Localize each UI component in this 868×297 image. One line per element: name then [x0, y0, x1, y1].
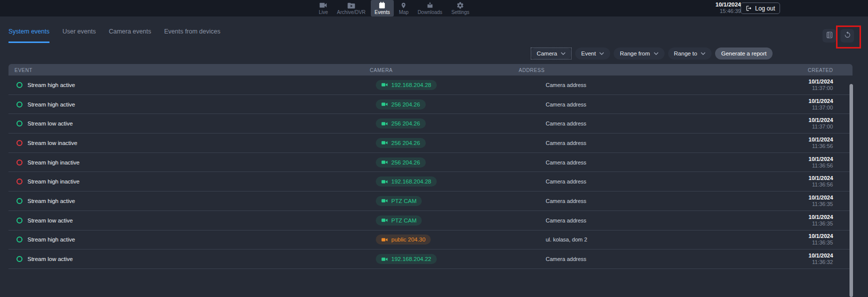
table-row[interactable]: Stream low active PTZ CAM Camera address… — [8, 211, 853, 230]
camera-badge[interactable]: 256 204.26 — [376, 138, 426, 148]
current-date: 10/1/2024 — [716, 2, 741, 8]
table-row[interactable]: Stream low active 192.168.204.22 Camera … — [8, 250, 853, 269]
nav-item-archive[interactable]: Archive/DVR — [333, 0, 369, 16]
datetime: 10/1/2024 15:46:39 — [716, 2, 741, 14]
column-header-event: EVENT — [14, 67, 32, 72]
event-log-button[interactable] — [823, 29, 836, 42]
chevron-down-icon — [701, 52, 706, 55]
camera-cell: 192.168.204.28 — [376, 176, 437, 186]
event-name: Stream high active — [27, 236, 75, 242]
chevron-down-icon — [654, 52, 659, 55]
nav-item-map[interactable]: Map — [395, 0, 412, 16]
nav-label-downloads: Downloads — [418, 10, 442, 15]
range-from-dropdown[interactable]: Range from — [614, 48, 664, 60]
created-time: 11:36:56 — [809, 162, 833, 169]
camera-name: 192.168.204.28 — [391, 82, 431, 88]
event-log-icon — [826, 31, 834, 40]
table-row[interactable]: Stream low active 256 204.26 Camera addr… — [8, 114, 853, 134]
table-row[interactable]: Stream high active PTZ CAM Camera addres… — [8, 192, 853, 211]
address-cell: Camera address — [546, 140, 586, 146]
scrollbar-thumb[interactable] — [850, 84, 853, 297]
event-name: Stream high active — [27, 82, 75, 88]
camera-badge[interactable]: 192.168.204.28 — [376, 176, 437, 186]
camera-badge[interactable]: 256 204.26 — [376, 100, 426, 110]
table-row[interactable]: Stream high inactive 192.168.204.28 Came… — [8, 172, 853, 192]
camera-badge[interactable]: 192.168.204.28 — [376, 80, 437, 90]
logout-button[interactable]: Log out — [741, 2, 780, 14]
generate-report-button[interactable]: Generate a report — [715, 48, 773, 60]
address-cell: Camera address — [546, 120, 586, 126]
event-filter-dropdown[interactable]: Event — [575, 48, 610, 60]
camera-name: 256 204.26 — [391, 120, 420, 126]
created-date: 10/1/2024 — [809, 117, 833, 124]
camera-icon — [381, 121, 388, 126]
status-ring-active-icon — [16, 82, 22, 88]
camera-icon — [381, 179, 388, 184]
nav-item-settings[interactable]: Settings — [447, 0, 473, 16]
created-date: 10/1/2024 — [809, 175, 833, 182]
camera-badge[interactable]: PTZ CAM — [376, 196, 422, 206]
event-name: Stream low active — [27, 218, 73, 224]
nav-item-events[interactable]: Events — [371, 0, 394, 16]
table-row[interactable]: Stream high inactive 256 204.26 Camera a… — [8, 153, 853, 172]
tab-user-events[interactable]: User events — [62, 28, 96, 43]
camera-badge[interactable]: 256 204.26 — [376, 158, 426, 168]
address-cell: Camera address — [546, 256, 586, 262]
nav-label-settings: Settings — [451, 10, 469, 15]
camera-name: PTZ CAM — [391, 218, 416, 224]
camera-name: 256 204.26 — [391, 140, 420, 146]
map-icon — [400, 2, 407, 9]
event-name: Stream high inactive — [27, 178, 79, 184]
table-header: EVENT CAMERA ADDRESS CREATED — [8, 64, 853, 76]
tab-events-from-devices[interactable]: Events from devices — [164, 28, 220, 43]
created-date: 10/1/2024 — [809, 252, 833, 259]
camera-filter-label: Camera — [537, 50, 557, 56]
table-row[interactable]: Stream high active 256 204.26 Camera add… — [8, 95, 853, 114]
camera-name: 192.168.204.22 — [391, 256, 431, 262]
created-cell: 10/1/2024 11:36:56 — [809, 156, 833, 169]
nav-item-downloads[interactable]: Downloads — [414, 0, 446, 16]
event-cell: Stream high active — [16, 82, 75, 88]
camera-badge[interactable]: 256 204.26 — [376, 118, 426, 128]
address-cell: Camera address — [546, 160, 586, 166]
range-to-label: Range to — [674, 50, 698, 56]
tab-camera-events[interactable]: Camera events — [109, 28, 151, 43]
created-cell: 10/1/2024 11:37:00 — [809, 78, 833, 92]
nav-item-live[interactable]: Live — [315, 0, 332, 16]
event-cell: Stream high inactive — [16, 178, 79, 184]
event-cell: Stream high inactive — [16, 160, 79, 166]
status-ring-active-icon — [16, 218, 22, 224]
event-name: Stream low active — [27, 120, 73, 126]
tab-system-events[interactable]: System events — [8, 28, 49, 43]
camera-badge[interactable]: public 204.30 — [376, 234, 431, 244]
created-time: 11:37:00 — [809, 124, 833, 130]
logout-label: Log out — [755, 5, 775, 12]
status-ring-active-icon — [16, 120, 22, 126]
event-filter-label: Event — [581, 50, 596, 56]
event-cell: Stream high active — [16, 236, 75, 242]
table-row[interactable]: Stream high active public 204.30 ul. kol… — [8, 230, 853, 250]
settings-icon — [456, 2, 464, 9]
chevron-down-icon — [561, 52, 566, 55]
current-time: 15:46:39 — [716, 8, 741, 14]
range-to-dropdown[interactable]: Range to — [668, 48, 712, 60]
nav-label-archive: Archive/DVR — [337, 10, 365, 15]
camera-icon — [381, 256, 388, 262]
camera-name: 256 204.26 — [391, 160, 420, 166]
refresh-icon — [844, 31, 852, 40]
camera-badge[interactable]: 192.168.204.22 — [376, 254, 437, 264]
app-window: Live Archive/DVR Events Map Downloads Se… — [0, 0, 868, 297]
camera-badge[interactable]: PTZ CAM — [376, 216, 422, 226]
camera-filter-dropdown[interactable]: Camera — [531, 48, 572, 60]
table-row[interactable]: Stream low inactive 256 204.26 Camera ad… — [8, 134, 853, 153]
created-date: 10/1/2024 — [809, 98, 833, 104]
refresh-button[interactable] — [841, 29, 854, 42]
table-row[interactable]: Stream high active 192.168.204.28 Camera… — [8, 76, 853, 95]
camera-icon — [381, 102, 388, 107]
event-cell: Stream high active — [16, 102, 75, 108]
status-ring-active-icon — [16, 198, 22, 204]
events-table: Stream high active 192.168.204.28 Camera… — [8, 76, 853, 269]
address-cell: Camera address — [546, 178, 586, 184]
camera-icon — [381, 140, 388, 146]
address-cell: ul. kolasa, dom 2 — [546, 236, 587, 242]
